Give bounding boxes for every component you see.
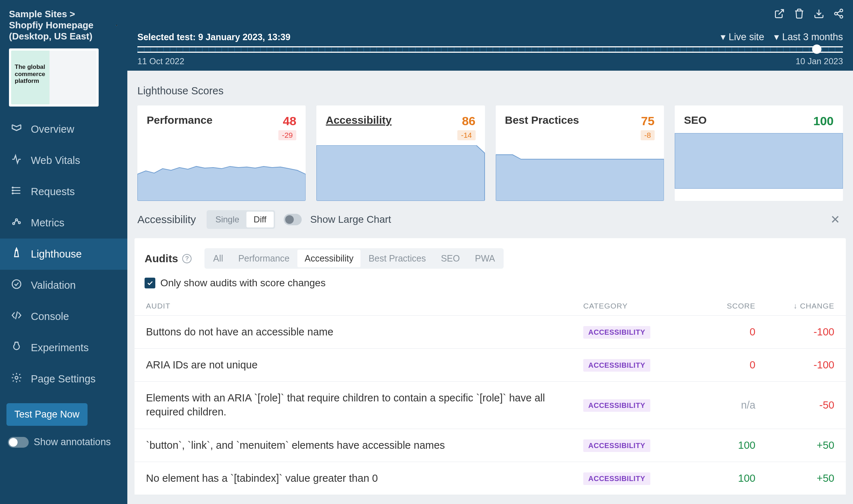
share-icon[interactable]: [833, 8, 844, 19]
score-changes-checkbox[interactable]: [145, 278, 155, 288]
score-label: Accessibility: [326, 114, 391, 126]
score-sparkline: [675, 133, 843, 189]
audit-name: ARIA IDs are not unique: [146, 358, 583, 372]
download-icon[interactable]: [814, 8, 824, 19]
audit-name: Buttons do not have an accessible name: [146, 325, 583, 339]
sidebar-item-metrics[interactable]: Metrics: [0, 207, 127, 239]
score-delta: -29: [278, 130, 296, 140]
overview-icon: [11, 122, 22, 136]
audit-name: No element has a `[tabindex]` value grea…: [146, 471, 583, 485]
score-value: 86: [457, 114, 475, 128]
timeline: Selected test: 9 January 2023, 13:39 ▾ L…: [127, 27, 853, 71]
experiments-icon: [11, 341, 22, 355]
live-site-dropdown[interactable]: ▾ Live site: [721, 31, 764, 43]
sidebar-item-validation[interactable]: Validation: [0, 270, 127, 301]
score-delta: -14: [457, 130, 475, 140]
svg-point-6: [12, 280, 21, 288]
score-label: SEO: [684, 114, 707, 126]
audit-tab-seo[interactable]: SEO: [434, 250, 467, 267]
th-score[interactable]: SCORE: [684, 302, 755, 310]
audit-category: ACCESSIBILITY: [583, 358, 684, 372]
sidebar-item-label: Web Vitals: [31, 155, 80, 166]
trash-icon[interactable]: [794, 8, 805, 19]
timeline-slider[interactable]: [137, 46, 843, 53]
audit-row[interactable]: No element has a `[tabindex]` value grea…: [135, 462, 846, 495]
chevron-down-icon: [115, 21, 118, 30]
audit-row[interactable]: Elements with an ARIA `[role]` that requ…: [135, 382, 846, 429]
sidebar-item-page-settings[interactable]: Page Settings: [0, 363, 127, 395]
audit-row[interactable]: Buttons do not have an accessible nameAC…: [135, 316, 846, 349]
external-link-icon[interactable]: [774, 8, 785, 19]
lighthouse-scores-title: Lighthouse Scores: [127, 78, 853, 105]
score-sparkline: [496, 145, 664, 201]
single-diff-segment[interactable]: Single Diff: [207, 210, 275, 229]
timeline-thumb[interactable]: [812, 44, 821, 54]
audit-change: -100: [755, 326, 834, 338]
audit-change: -50: [755, 399, 834, 411]
svg-point-2: [12, 193, 13, 194]
sidebar-item-console[interactable]: Console: [0, 301, 127, 332]
test-page-now-button[interactable]: Test Page Now: [6, 403, 88, 426]
sidebar-item-lighthouse[interactable]: Lighthouse: [0, 239, 127, 270]
sidebar-item-requests[interactable]: Requests: [0, 176, 127, 207]
date-range-dropdown[interactable]: ▾ Last 3 months: [774, 31, 843, 43]
audit-score: 100: [684, 439, 755, 451]
audit-row[interactable]: ARIA IDs are not uniqueACCESSIBILITY0-10…: [135, 349, 846, 382]
page-preview[interactable]: The global commerce platform: [9, 48, 99, 107]
audit-change: +50: [755, 472, 834, 484]
sidebar-item-label: Overview: [31, 123, 74, 135]
score-sparkline: [316, 145, 485, 201]
close-icon[interactable]: ✕: [830, 213, 843, 226]
score-label: Best Practices: [505, 114, 579, 126]
segment-diff[interactable]: Diff: [246, 212, 274, 227]
sidebar-item-experiments[interactable]: Experiments: [0, 332, 127, 363]
audit-change: +50: [755, 439, 834, 451]
score-delta: -8: [641, 130, 655, 140]
audit-category: ACCESSIBILITY: [583, 472, 684, 485]
th-audit: AUDIT: [146, 302, 583, 310]
audit-change: -100: [755, 359, 834, 371]
help-icon[interactable]: ?: [182, 254, 192, 263]
lighthouse-icon: [11, 247, 22, 261]
audit-category: ACCESSIBILITY: [583, 399, 684, 412]
svg-point-10: [840, 15, 843, 18]
sidebar-item-overview[interactable]: Overview: [0, 114, 127, 145]
score-card-accessibility[interactable]: Accessibility86-14: [316, 105, 485, 201]
sidebar-item-label: Lighthouse: [31, 248, 82, 260]
timeline-start-date: 11 Oct 2022: [137, 56, 184, 66]
score-value: 48: [278, 114, 296, 128]
breadcrumb-bar: Sample Sites > Shopfiy Homepage (Desktop…: [0, 0, 127, 42]
segment-single[interactable]: Single: [208, 212, 246, 227]
score-card-performance[interactable]: Performance48-29: [137, 105, 306, 201]
breadcrumb[interactable]: Sample Sites > Shopfiy Homepage (Desktop…: [9, 9, 118, 42]
audit-tab-performance[interactable]: Performance: [231, 250, 297, 267]
audit-row[interactable]: `button`, `link`, and `menuitem` element…: [135, 429, 846, 462]
page-settings-icon: [11, 372, 22, 386]
large-chart-toggle[interactable]: [284, 214, 302, 225]
audits-title: Audits ?: [145, 253, 192, 265]
show-annotations-label: Show annotations: [34, 437, 111, 448]
score-card-best-practices[interactable]: Best Practices75-8: [496, 105, 664, 201]
sidebar-item-web-vitals[interactable]: Web Vitals: [0, 145, 127, 176]
timeline-end-date: 10 Jan 2023: [796, 56, 843, 66]
audit-name: `button`, `link`, and `menuitem` element…: [146, 438, 583, 452]
sidebar-item-label: Requests: [31, 186, 75, 198]
audit-score: 100: [684, 472, 755, 484]
audit-tab-best-practices[interactable]: Best Practices: [361, 250, 433, 267]
score-card-seo[interactable]: SEO100: [675, 105, 843, 201]
th-change[interactable]: ↓ CHANGE: [755, 302, 834, 310]
requests-icon: [11, 185, 22, 199]
sidebar-item-label: Metrics: [31, 217, 64, 229]
audit-tab-all[interactable]: All: [206, 250, 230, 267]
audit-score: 0: [684, 359, 755, 371]
audit-name: Elements with an ARIA `[role]` that requ…: [146, 391, 583, 419]
audit-tab-accessibility[interactable]: Accessibility: [297, 250, 360, 267]
svg-point-7: [15, 376, 18, 379]
score-value: 75: [641, 114, 655, 128]
validation-icon: [11, 278, 22, 292]
audit-score: 0: [684, 326, 755, 338]
sidebar-item-label: Console: [31, 311, 69, 322]
audit-category: ACCESSIBILITY: [583, 325, 684, 339]
audit-tab-pwa[interactable]: PWA: [468, 250, 502, 267]
show-annotations-toggle[interactable]: [8, 437, 29, 448]
